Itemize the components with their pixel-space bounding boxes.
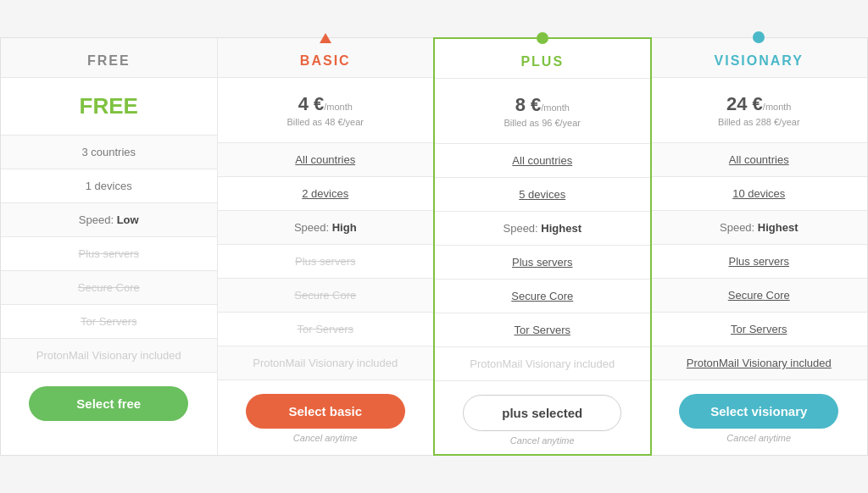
feature-tor-free: Tor Servers (1, 305, 217, 339)
feature-speed-free: Speed: Low (1, 203, 217, 237)
plus-icon (537, 32, 548, 44)
plan-header-plus: PLUS (435, 39, 650, 79)
feature-devices-free: 1 devices (1, 169, 217, 203)
feature-protonmail-basic: ProtonMail Visionary included (218, 346, 434, 380)
feature-plus-servers-basic: Plus servers (218, 245, 434, 279)
feature-protonmail-visionary-link[interactable]: ProtonMail Visionary included (687, 357, 832, 369)
feature-countries-visionary: All countries (651, 143, 868, 177)
feature-devices-basic: 2 devices (218, 177, 434, 211)
feature-speed-basic: Speed: High (218, 211, 434, 245)
feature-countries-plus: All countries (435, 144, 650, 178)
free-price-label: FREE (9, 93, 209, 119)
feature-secure-core-visionary-link[interactable]: Secure Core (728, 289, 790, 302)
visionary-icon (753, 31, 765, 43)
feature-devices-plus-link[interactable]: 5 devices (519, 188, 565, 201)
feature-speed-plus-prefix: Speed: (504, 222, 542, 235)
basic-icon (320, 33, 331, 43)
plan-name-free: FREE (9, 53, 209, 69)
feature-protonmail-plus: ProtonMail Visionary included (435, 347, 650, 381)
price-billed-visionary: Billed as 288 €/year (659, 117, 860, 127)
plan-col-visionary: VISIONARY24 €/monthBilled as 288 €/yearA… (651, 38, 868, 455)
feature-tor-basic: Tor Servers (218, 313, 434, 346)
feature-speed-visionary-value: Highest (758, 221, 798, 234)
feature-devices-basic-link[interactable]: 2 devices (302, 187, 348, 200)
pricing-table: FREEFREE3 countries1 devicesSpeed: LowPl… (0, 37, 868, 456)
feature-tor-plus-link[interactable]: Tor Servers (515, 324, 570, 336)
price-permonth-plus: /month (541, 102, 570, 113)
price-amount-basic: 4 €/month (226, 93, 426, 115)
feature-plus-servers-plus-link[interactable]: Plus servers (512, 256, 573, 269)
feature-speed-free-value: Low (117, 213, 139, 226)
feature-secure-core-plus-link[interactable]: Secure Core (511, 290, 573, 302)
feature-protonmail-visionary: ProtonMail Visionary included (651, 346, 868, 380)
feature-tor-visionary: Tor Servers (651, 313, 868, 346)
feature-speed-plus: Speed: Highest (435, 212, 650, 246)
plan-name-plus: PLUS (443, 54, 642, 69)
plan-price-free: FREE (1, 78, 217, 136)
price-permonth-visionary: /month (763, 102, 792, 112)
feature-secure-core-basic: Secure Core (218, 279, 434, 313)
feature-tor-visionary-link[interactable]: Tor Servers (731, 323, 787, 335)
cta-button-free[interactable]: Select free (29, 386, 188, 421)
feature-devices-visionary-link[interactable]: 10 devices (732, 187, 785, 200)
price-euro-basic: 4 € (298, 93, 325, 114)
plan-cta-free: Select free (1, 373, 217, 429)
plan-cta-plus: plus selectedCancel anytime (435, 381, 650, 454)
feature-countries-basic-link[interactable]: All countries (295, 153, 355, 166)
plan-name-visionary: VISIONARY (659, 53, 860, 69)
feature-plus-servers-visionary-link[interactable]: Plus servers (728, 255, 789, 268)
feature-tor-free-strikethrough: Tor Servers (81, 315, 136, 328)
feature-secure-core-free-strikethrough: Secure Core (78, 281, 140, 294)
plan-name-basic: BASIC (226, 53, 426, 69)
feature-devices-visionary: 10 devices (651, 177, 868, 211)
price-euro-visionary: 24 € (726, 93, 763, 114)
plan-col-basic: BASIC4 €/monthBilled as 48 €/yearAll cou… (218, 38, 435, 455)
feature-speed-visionary-prefix: Speed: (720, 221, 758, 234)
cta-cancel-visionary: Cancel anytime (659, 433, 860, 443)
feature-protonmail-free: ProtonMail Visionary included (1, 339, 217, 373)
cta-button-basic[interactable]: Select basic (246, 394, 405, 429)
price-permonth-basic: /month (324, 102, 353, 112)
cta-button-visionary[interactable]: Select visionary (679, 394, 838, 429)
plan-price-plus: 8 €/monthBilled as 96 €/year (435, 79, 650, 144)
feature-speed-basic-value: High (332, 221, 357, 234)
plan-price-visionary: 24 €/monthBilled as 288 €/year (651, 78, 868, 143)
feature-tor-plus: Tor Servers (435, 313, 650, 347)
feature-tor-basic-strikethrough: Tor Servers (298, 323, 353, 335)
feature-speed-plus-value: Highest (541, 222, 581, 235)
price-euro-plus: 8 € (515, 94, 542, 115)
plan-cta-visionary: Select visionaryCancel anytime (651, 380, 868, 451)
feature-countries-basic: All countries (218, 143, 434, 177)
price-billed-plus: Billed as 96 €/year (443, 118, 642, 128)
feature-countries-visionary-link[interactable]: All countries (729, 153, 789, 166)
feature-devices-plus: 5 devices (435, 178, 650, 212)
plan-price-basic: 4 €/monthBilled as 48 €/year (218, 78, 434, 143)
cta-cancel-plus: Cancel anytime (443, 435, 642, 446)
plan-col-plus: PLUS8 €/monthBilled as 96 €/yearAll coun… (433, 37, 652, 456)
feature-speed-free-prefix: Speed: (79, 213, 117, 226)
cta-cancel-basic: Cancel anytime (226, 433, 426, 443)
feature-plus-servers-basic-strikethrough: Plus servers (295, 255, 356, 268)
feature-plus-servers-plus: Plus servers (435, 246, 650, 280)
plan-col-free: FREEFREE3 countries1 devicesSpeed: LowPl… (1, 38, 218, 455)
feature-plus-servers-free-strikethrough: Plus servers (78, 247, 139, 260)
feature-secure-core-visionary: Secure Core (651, 279, 868, 313)
price-billed-basic: Billed as 48 €/year (226, 117, 426, 127)
plan-header-visionary: VISIONARY (651, 38, 868, 78)
feature-secure-core-free: Secure Core (1, 271, 217, 305)
feature-countries-free: 3 countries (1, 136, 217, 169)
plan-header-basic: BASIC (218, 38, 434, 78)
feature-plus-servers-free: Plus servers (1, 237, 217, 271)
feature-speed-visionary: Speed: Highest (651, 211, 868, 245)
plan-cta-basic: Select basicCancel anytime (218, 380, 434, 451)
price-amount-visionary: 24 €/month (659, 93, 860, 115)
feature-secure-core-basic-strikethrough: Secure Core (294, 289, 356, 302)
price-amount-plus: 8 €/month (443, 94, 642, 116)
feature-speed-basic-prefix: Speed: (294, 221, 332, 234)
feature-countries-plus-link[interactable]: All countries (512, 154, 572, 167)
cta-button-plus[interactable]: plus selected (463, 395, 621, 431)
feature-plus-servers-visionary: Plus servers (651, 245, 868, 279)
plan-header-free: FREE (1, 38, 217, 78)
feature-secure-core-plus: Secure Core (435, 280, 650, 313)
